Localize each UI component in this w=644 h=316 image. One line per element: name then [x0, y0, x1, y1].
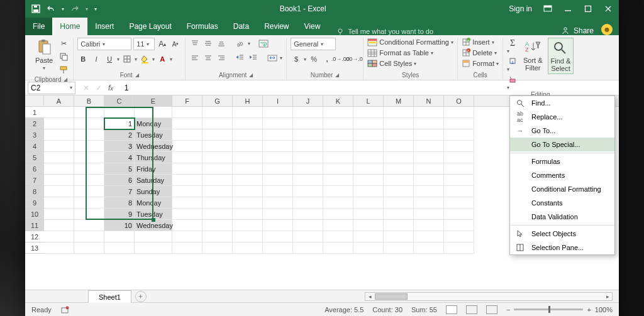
- cell-B4[interactable]: [74, 141, 104, 152]
- menu-select-objects[interactable]: Select Objects: [510, 227, 614, 241]
- row-header-1[interactable]: 1: [25, 107, 44, 118]
- cell-F3[interactable]: [172, 129, 203, 141]
- horizontal-scrollbar[interactable]: ◂ ▸: [365, 292, 613, 301]
- merge-center-icon[interactable]: [267, 52, 278, 63]
- cell-E4[interactable]: Wednesday: [135, 141, 172, 152]
- cut-icon[interactable]: ✂: [58, 38, 69, 49]
- number-format-combo[interactable]: General▾: [291, 38, 336, 50]
- cell-F7[interactable]: [172, 175, 203, 186]
- cell-H9[interactable]: [233, 197, 263, 209]
- row-header-13[interactable]: 13: [25, 242, 44, 254]
- row-header-7[interactable]: 7: [25, 175, 44, 186]
- cell-N3[interactable]: [414, 129, 444, 141]
- cell-E5[interactable]: Thursday: [135, 152, 172, 163]
- zoom-out-icon[interactable]: −: [506, 306, 510, 313]
- menu-goto[interactable]: →Go To...: [510, 124, 614, 138]
- cell-K7[interactable]: [323, 175, 353, 186]
- cell-N4[interactable]: [414, 141, 444, 152]
- col-header-M[interactable]: M: [384, 95, 414, 107]
- cell-F9[interactable]: [172, 197, 203, 209]
- cell-O11[interactable]: [444, 220, 474, 231]
- cell-O10[interactable]: [444, 209, 474, 220]
- cell-N9[interactable]: [414, 197, 444, 209]
- decrease-indent-icon[interactable]: [235, 52, 246, 63]
- align-top-icon[interactable]: [189, 38, 201, 49]
- cell-N10[interactable]: [414, 209, 444, 220]
- cell-O8[interactable]: [444, 186, 474, 197]
- cell-A10[interactable]: [44, 209, 74, 220]
- cell-O5[interactable]: [444, 152, 474, 163]
- cell-E7[interactable]: Saturday: [135, 175, 172, 186]
- tab-home[interactable]: Home: [52, 18, 87, 35]
- cell-K10[interactable]: [323, 209, 353, 220]
- cell-B3[interactable]: [74, 129, 104, 141]
- cell-E13[interactable]: [135, 242, 172, 254]
- orientation-icon[interactable]: ab: [235, 38, 246, 49]
- cell-K11[interactable]: [323, 220, 353, 231]
- cell-E1[interactable]: [135, 107, 172, 118]
- minimize-icon[interactable]: [564, 4, 572, 13]
- cell-G11[interactable]: [203, 220, 233, 231]
- cell-B11[interactable]: [74, 220, 104, 231]
- cell-L12[interactable]: [353, 231, 384, 242]
- autosum-icon[interactable]: Σ: [507, 38, 518, 49]
- cell-K3[interactable]: [323, 129, 353, 141]
- cell-L11[interactable]: [353, 220, 384, 231]
- tab-page-layout[interactable]: Page Layout: [121, 18, 179, 35]
- cell-N2[interactable]: [414, 118, 444, 129]
- cell-E3[interactable]: Tuesday: [135, 129, 172, 141]
- cell-B12[interactable]: [74, 231, 104, 242]
- decrease-decimal-icon[interactable]: .00→.0: [348, 53, 359, 65]
- cell-H11[interactable]: [233, 220, 263, 231]
- cell-J10[interactable]: [293, 209, 323, 220]
- cell-N1[interactable]: [414, 107, 444, 118]
- cell-G7[interactable]: [203, 175, 233, 186]
- cell-F2[interactable]: [172, 118, 203, 129]
- cell-J3[interactable]: [293, 129, 323, 141]
- cell-J5[interactable]: [293, 152, 323, 163]
- cell-C9[interactable]: 8: [104, 197, 135, 209]
- fill-handle[interactable]: [152, 218, 155, 222]
- percent-format-icon[interactable]: %: [308, 53, 319, 65]
- border-icon[interactable]: [121, 53, 133, 65]
- col-header-N[interactable]: N: [414, 95, 444, 107]
- cell-K6[interactable]: [323, 163, 353, 175]
- cell-L2[interactable]: [353, 118, 384, 129]
- menu-data-validation[interactable]: Data Validation: [510, 210, 614, 224]
- cell-H6[interactable]: [233, 163, 263, 175]
- cell-B8[interactable]: [74, 186, 104, 197]
- tab-file[interactable]: File: [25, 18, 52, 35]
- accounting-format-icon[interactable]: $: [291, 53, 302, 65]
- cell-I8[interactable]: [263, 186, 293, 197]
- col-header-H[interactable]: H: [233, 95, 263, 107]
- cell-F8[interactable]: [172, 186, 203, 197]
- cell-N7[interactable]: [414, 175, 444, 186]
- cell-A12[interactable]: [44, 231, 74, 242]
- cell-E9[interactable]: Monday: [135, 197, 172, 209]
- menu-replace[interactable]: abacReplace...: [510, 110, 614, 124]
- cell-C13[interactable]: [104, 242, 135, 254]
- cell-G4[interactable]: [203, 141, 233, 152]
- cell-K13[interactable]: [323, 242, 353, 254]
- col-header-K[interactable]: K: [323, 95, 353, 107]
- cell-G6[interactable]: [203, 163, 233, 175]
- cell-M6[interactable]: [384, 163, 414, 175]
- cell-F12[interactable]: [172, 231, 203, 242]
- col-header-L[interactable]: L: [353, 95, 384, 107]
- close-icon[interactable]: [604, 4, 613, 13]
- cell-H3[interactable]: [233, 129, 263, 141]
- cell-C5[interactable]: 4: [104, 152, 135, 163]
- font-launcher-icon[interactable]: ◢: [135, 72, 139, 78]
- cell-C6[interactable]: 5: [104, 163, 135, 175]
- save-icon[interactable]: [31, 4, 40, 13]
- cell-H7[interactable]: [233, 175, 263, 186]
- insert-function-icon[interactable]: fx: [108, 84, 113, 92]
- cell-I11[interactable]: [263, 220, 293, 231]
- scroll-left-icon[interactable]: ◂: [365, 293, 374, 300]
- paste-button[interactable]: Paste ▾: [33, 38, 55, 72]
- cell-C4[interactable]: 3: [104, 141, 135, 152]
- menu-selection-pane[interactable]: Selection Pane...: [510, 241, 614, 254]
- cell-J12[interactable]: [293, 231, 323, 242]
- cell-O13[interactable]: [444, 242, 474, 254]
- bold-button[interactable]: B: [77, 53, 89, 65]
